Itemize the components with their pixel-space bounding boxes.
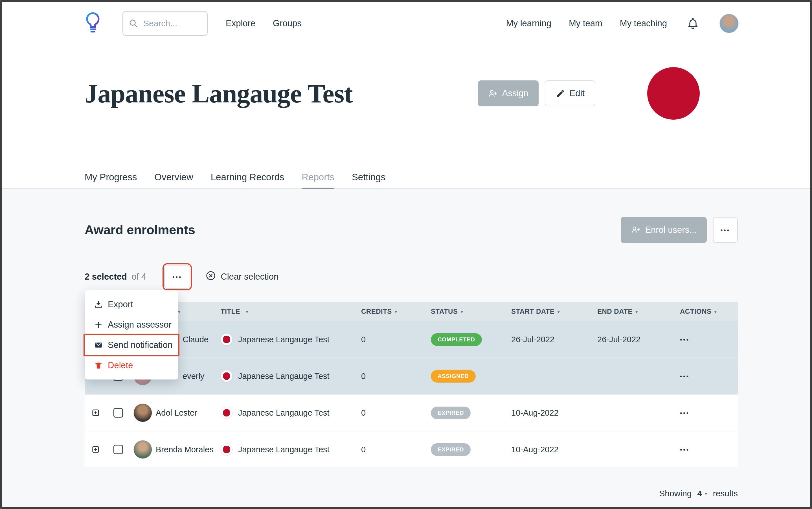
tab-bar: My Progress Overview Learning Records Re… bbox=[2, 171, 810, 189]
user-name[interactable]: Brenda Morales bbox=[156, 445, 221, 454]
row-actions-button[interactable]: ••• bbox=[680, 373, 689, 379]
clear-selection-label: Clear selection bbox=[221, 272, 278, 282]
showing-label: Showing bbox=[659, 489, 691, 498]
selection-count: 2 selected of 4 bbox=[84, 272, 146, 282]
results-count-select[interactable]: 4 ▾ bbox=[696, 488, 709, 499]
table-row: Adol Lester Japanese Langauge Test 0 EXP… bbox=[84, 395, 738, 432]
row-checkbox[interactable] bbox=[113, 445, 123, 454]
menu-item-label: Send notification bbox=[108, 340, 172, 350]
nav-link-my-teaching[interactable]: My teaching bbox=[620, 18, 667, 29]
hero-actions: Assign Edit bbox=[478, 80, 595, 106]
search-icon bbox=[129, 19, 138, 28]
user-nav: My learning My team My teaching bbox=[506, 18, 667, 29]
tab-overview[interactable]: Overview bbox=[154, 172, 193, 189]
column-header-actions[interactable]: ACTIONS ▾ bbox=[672, 308, 738, 315]
start-date: 26-Jul-2022 bbox=[511, 335, 597, 344]
table-row: Claude Japanese Langauge Test 0 COMPLETE… bbox=[84, 321, 738, 358]
menu-item-delete[interactable]: Delete bbox=[84, 355, 178, 376]
japan-flag-icon bbox=[221, 370, 233, 382]
bulk-actions-menu: Export Assign assessor Send notification… bbox=[84, 290, 178, 379]
avatar bbox=[133, 440, 152, 459]
nav-link-my-learning[interactable]: My learning bbox=[506, 18, 551, 29]
caret-down-icon: ▾ bbox=[395, 309, 397, 314]
enrol-users-button[interactable]: Enrol users... bbox=[621, 217, 707, 243]
user-name[interactable]: Adol Lester bbox=[156, 408, 221, 417]
search-input[interactable] bbox=[143, 18, 196, 29]
edit-button-label: Edit bbox=[570, 88, 585, 99]
circle-x-icon bbox=[205, 270, 216, 283]
menu-item-send-notification[interactable]: Send notification bbox=[84, 335, 178, 355]
nav-link-groups[interactable]: Groups bbox=[273, 18, 302, 29]
award-title[interactable]: Japanese Langauge Test bbox=[238, 335, 330, 344]
column-header-start-date[interactable]: START DATE ▾ bbox=[511, 308, 597, 315]
nav-link-explore[interactable]: Explore bbox=[226, 18, 255, 29]
row-actions-button[interactable]: ••• bbox=[680, 337, 689, 342]
expand-icon[interactable] bbox=[92, 409, 99, 416]
ellipsis-icon: ••• bbox=[720, 227, 730, 233]
award-title[interactable]: Japanese Langauge Test bbox=[238, 408, 330, 417]
nav-link-my-team[interactable]: My team bbox=[569, 18, 602, 29]
table-footer: Showing 4 ▾ results bbox=[84, 488, 738, 499]
column-header-title[interactable]: TITLE ▾ bbox=[221, 308, 359, 315]
row-checkbox[interactable] bbox=[113, 408, 123, 417]
tab-my-progress[interactable]: My Progress bbox=[84, 172, 137, 189]
japan-flag-icon bbox=[221, 334, 233, 345]
column-header-start-date-label: START DATE bbox=[511, 308, 554, 315]
tab-learning-records[interactable]: Learning Records bbox=[211, 172, 284, 189]
menu-item-export[interactable]: Export bbox=[84, 294, 178, 315]
column-header-end-date-label: END DATE bbox=[597, 308, 633, 315]
award-title[interactable]: Japanese Langauge Test bbox=[238, 445, 330, 454]
caret-down-icon: ▾ bbox=[557, 309, 560, 314]
caret-down-icon: ▾ bbox=[461, 309, 463, 314]
caret-down-icon: ▾ bbox=[635, 309, 638, 314]
column-header-credits[interactable]: CREDITS ▾ bbox=[359, 308, 431, 315]
page-more-actions-button[interactable]: ••• bbox=[713, 217, 738, 243]
assign-button[interactable]: Assign bbox=[478, 80, 539, 106]
credits-value: 0 bbox=[359, 335, 431, 344]
menu-item-label: Export bbox=[108, 299, 133, 309]
japan-flag-icon bbox=[221, 444, 233, 455]
ellipsis-icon: ••• bbox=[680, 337, 689, 342]
bulk-actions-button[interactable]: ••• bbox=[164, 265, 190, 289]
row-actions-button[interactable]: ••• bbox=[680, 410, 689, 416]
click-highlight-ring: ••• bbox=[163, 263, 192, 290]
app-window: Explore Groups My learning My team My te… bbox=[0, 0, 812, 509]
person-assign-icon bbox=[488, 89, 498, 98]
expand-icon[interactable] bbox=[92, 446, 99, 453]
tab-settings[interactable]: Settings bbox=[352, 172, 385, 189]
credits-value: 0 bbox=[359, 372, 431, 381]
table-row: Brenda Morales Japanese Langauge Test 0 … bbox=[84, 432, 738, 468]
envelope-icon bbox=[94, 341, 103, 349]
enrolments-table: USER ▾ TITLE ▾ CREDITS ▾ STATUS ▾ START … bbox=[84, 302, 738, 468]
start-date: 10-Aug-2022 bbox=[511, 408, 597, 417]
status-badge: EXPIRED bbox=[431, 443, 471, 456]
lightbulb-logo-icon[interactable] bbox=[84, 10, 102, 36]
edit-button[interactable]: Edit bbox=[545, 80, 595, 106]
results-count-value: 4 bbox=[697, 489, 702, 498]
bell-icon[interactable] bbox=[687, 17, 699, 30]
caret-down-icon: ▾ bbox=[246, 309, 248, 314]
japan-flag-icon bbox=[221, 407, 233, 419]
award-title[interactable]: Japanese Langauge Test bbox=[238, 372, 330, 381]
selection-bar: 2 selected of 4 ••• Clear selection bbox=[84, 263, 738, 290]
column-header-status[interactable]: STATUS ▾ bbox=[431, 308, 511, 315]
ellipsis-icon: ••• bbox=[680, 373, 689, 379]
menu-item-label: Delete bbox=[108, 360, 133, 370]
selection-count-bold: 2 selected bbox=[84, 272, 127, 281]
user-avatar[interactable] bbox=[719, 14, 739, 33]
clear-selection-button[interactable]: Clear selection bbox=[204, 270, 280, 283]
column-header-end-date[interactable]: END DATE ▾ bbox=[597, 308, 672, 315]
tab-reports[interactable]: Reports bbox=[302, 172, 334, 189]
column-header-status-label: STATUS bbox=[431, 308, 458, 315]
assign-button-label: Assign bbox=[502, 88, 529, 99]
status-badge: ASSIGNED bbox=[431, 370, 476, 383]
menu-item-assign-assessor[interactable]: Assign assessor bbox=[84, 315, 178, 335]
column-header-actions-label: ACTIONS bbox=[680, 308, 712, 315]
header-actions: Enrol users... ••• bbox=[621, 217, 738, 243]
search-box[interactable] bbox=[123, 11, 208, 36]
avatar bbox=[133, 404, 152, 422]
pencil-icon bbox=[555, 89, 565, 98]
menu-item-label: Assign assessor bbox=[108, 320, 172, 330]
row-actions-button[interactable]: ••• bbox=[680, 447, 689, 452]
top-navbar: Explore Groups My learning My team My te… bbox=[2, 2, 810, 45]
